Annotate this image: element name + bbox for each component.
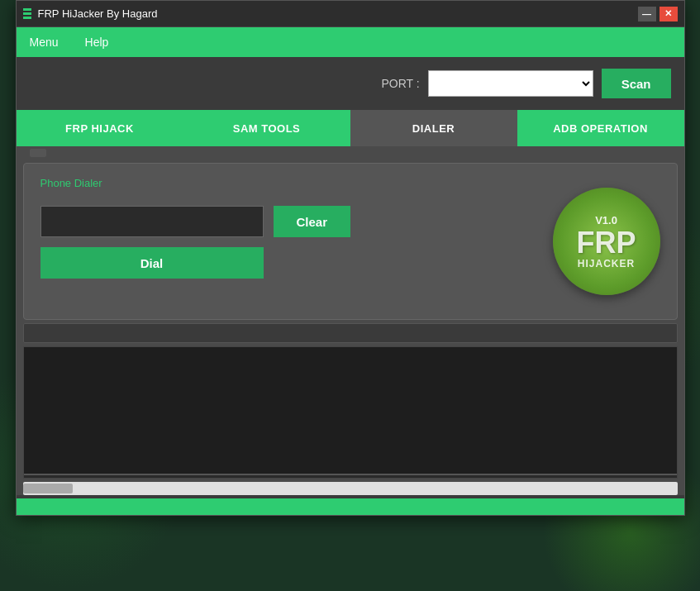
logo-version: V1.0	[595, 214, 617, 226]
scan-button[interactable]: Scan	[602, 69, 671, 98]
indicator-dot	[30, 149, 46, 157]
app-icon	[23, 8, 31, 19]
menu-item-menu[interactable]: Menu	[23, 32, 65, 52]
tab-sam-tools[interactable]: SAM TOOLS	[183, 110, 350, 146]
dial-button[interactable]: Dial	[40, 247, 264, 279]
log-area	[23, 346, 678, 479]
log-content	[24, 347, 677, 475]
menu-item-help[interactable]: Help	[79, 32, 116, 52]
window-title: FRP HiJacker By Hagard	[38, 7, 158, 20]
port-select[interactable]	[428, 70, 593, 97]
dialer-input[interactable]	[40, 206, 264, 237]
bottom-bar	[17, 498, 684, 515]
frp-logo: V1.0 FRP HIJACKER	[553, 188, 660, 295]
panel-label: Phone Dialer	[40, 177, 660, 189]
clear-button[interactable]: Clear	[274, 206, 351, 237]
tabs-bar: FRP HIJACK SAM TOOLS DIALER ADB OPERATIO…	[17, 110, 684, 146]
content-area: Phone Dialer Clear Dial V1.0 FRP HIJACKE…	[17, 146, 684, 495]
menu-bar: Menu Help	[17, 27, 684, 57]
close-button[interactable]: ✕	[660, 7, 678, 21]
tab-indicator	[17, 146, 684, 160]
status-bar	[23, 323, 678, 343]
logo-sub: HIJACKER	[578, 258, 635, 269]
dialer-panel: Phone Dialer Clear Dial V1.0 FRP HIJACKE…	[23, 163, 678, 320]
title-bar: FRP HiJacker By Hagard — ✕	[17, 1, 684, 27]
port-label: PORT :	[381, 77, 419, 90]
logo-frp: FRP	[577, 228, 636, 258]
port-section: PORT : Scan	[17, 57, 684, 110]
tab-adb-operation[interactable]: ADB OPERATION	[517, 110, 684, 146]
tab-frp-hijack[interactable]: FRP HIJACK	[17, 110, 183, 146]
minimize-button[interactable]: —	[638, 7, 656, 21]
scrollbar-area[interactable]	[23, 482, 678, 495]
title-bar-left: FRP HiJacker By Hagard	[23, 7, 158, 20]
title-bar-controls: — ✕	[638, 7, 678, 21]
tab-dialer[interactable]: DIALER	[350, 110, 517, 146]
app-window: FRP HiJacker By Hagard — ✕ Menu Help POR…	[16, 0, 685, 516]
scrollbar-thumb[interactable]	[23, 484, 73, 493]
